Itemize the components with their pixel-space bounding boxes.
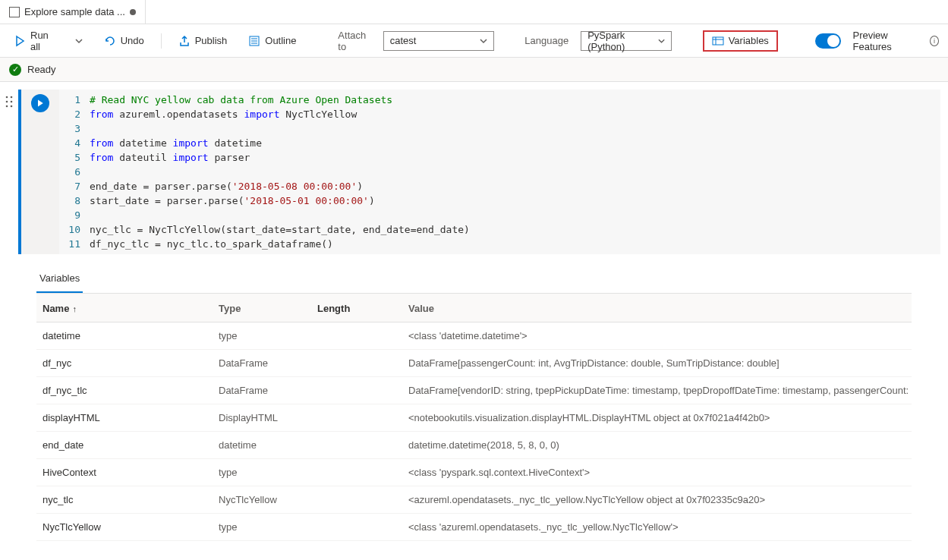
language-value: PySpark (Python) [587, 30, 658, 52]
variables-icon [712, 35, 724, 47]
toolbar: Run all Undo Publish Outline Attach to c… [0, 24, 948, 58]
variables-panel: Variables Name↑ Type Length Value dateti… [0, 254, 948, 541]
notebook-icon [9, 7, 20, 17]
cell-length [317, 521, 408, 533]
toggle-knob [827, 35, 839, 47]
cell-length [317, 467, 408, 478]
attach-to-value: catest [390, 35, 417, 46]
run-all-dropdown[interactable] [71, 34, 87, 48]
cell-type: DataFrame [219, 357, 317, 369]
undo-label: Undo [121, 35, 144, 46]
preview-features-toggle[interactable] [815, 33, 841, 49]
sort-asc-icon: ↑ [72, 304, 77, 313]
cell-gutter [21, 90, 59, 254]
tab-title: Explore sample data ... [24, 6, 125, 17]
outline-icon [248, 35, 260, 47]
notebook-tab[interactable]: Explore sample data ... [0, 0, 146, 24]
cell-value: DataFrame[passengerCount: int, AvgTripDi… [408, 357, 912, 369]
chevron-down-icon [658, 37, 665, 45]
cell-name: end_date [36, 439, 219, 451]
attach-to-label: Attach to [338, 30, 370, 52]
cell-value: <class 'datetime.datetime'> [408, 330, 912, 341]
column-header-value[interactable]: Value [408, 303, 912, 314]
variables-label: Variables [729, 35, 769, 46]
svg-point-10 [11, 101, 13, 103]
code-editor[interactable]: 1234567891011 # Read NYC yellow cab data… [59, 90, 940, 254]
column-header-name[interactable]: Name↑ [36, 303, 219, 314]
cell-length [317, 385, 408, 396]
chevron-down-icon [75, 37, 83, 45]
tab-bar: Explore sample data ... [0, 0, 948, 24]
variables-button[interactable]: Variables [703, 30, 778, 52]
table-row[interactable]: datetimetype<class 'datetime.datetime'> [36, 322, 912, 350]
cell-name: displayHTML [36, 412, 219, 423]
cell-type: DataFrame [219, 385, 317, 396]
cell-name: HiveContext [36, 467, 219, 478]
cell-length [317, 330, 408, 341]
cell-value: DataFrame[vendorID: string, tpepPickupDa… [408, 385, 912, 396]
svg-rect-4 [713, 37, 723, 45]
language-select[interactable]: PySpark (Python) [581, 31, 672, 51]
table-row[interactable]: HiveContexttype<class 'pyspark.sql.conte… [36, 459, 912, 486]
panel-tabs: Variables [36, 266, 912, 294]
variables-table: Name↑ Type Length Value datetimetype<cla… [36, 294, 912, 541]
column-header-length[interactable]: Length [317, 303, 408, 314]
info-icon[interactable]: i [930, 36, 939, 46]
toolbar-separator [161, 33, 162, 49]
table-header: Name↑ Type Length Value [36, 294, 912, 322]
notebook-area: 1234567891011 # Read NYC yellow cab data… [0, 82, 948, 254]
cell-value: <azureml.opendatasets._nyc_tlc_yellow.Ny… [408, 494, 912, 505]
cell-value: <class 'pyspark.sql.context.HiveContext'… [408, 467, 912, 478]
cell-value: datetime.datetime(2018, 5, 8, 0, 0) [408, 439, 912, 451]
cell-name: nyc_tlc [36, 494, 219, 505]
cell-drag-handle[interactable] [0, 90, 18, 254]
cell-name: datetime [36, 330, 219, 341]
svg-point-7 [6, 96, 8, 99]
cell-type: type [219, 330, 317, 341]
svg-point-12 [11, 105, 13, 108]
ready-status-icon: ✓ [9, 64, 21, 76]
cell-type: type [219, 521, 317, 533]
table-row[interactable]: df_nyc_tlcDataFrameDataFrame[vendorID: s… [36, 377, 912, 404]
table-row[interactable]: end_datedatetimedatetime.datetime(2018, … [36, 432, 912, 459]
run-all-button[interactable]: Run all [9, 27, 58, 55]
cell-value: <notebookutils.visualization.displayHTML… [408, 412, 912, 423]
table-row[interactable]: df_nycDataFrameDataFrame[passengerCount:… [36, 350, 912, 377]
code-cell[interactable]: 1234567891011 # Read NYC yellow cab data… [18, 90, 940, 254]
publish-icon [178, 35, 191, 47]
table-row[interactable]: displayHTMLDisplayHTML<notebookutils.vis… [36, 404, 912, 432]
svg-point-8 [11, 96, 13, 99]
variables-tab[interactable]: Variables [36, 266, 83, 293]
play-icon [14, 35, 26, 47]
play-icon [36, 99, 45, 108]
cell-length [317, 439, 408, 451]
table-row[interactable]: nyc_tlcNycTlcYellow<azureml.opendatasets… [36, 486, 912, 514]
column-header-type[interactable]: Type [219, 303, 317, 314]
svg-point-9 [6, 101, 8, 103]
svg-point-11 [6, 105, 8, 108]
publish-label: Publish [195, 35, 228, 46]
cell-type: type [219, 467, 317, 478]
cell-name: df_nyc [36, 357, 219, 369]
undo-icon [104, 35, 116, 47]
preview-features-label: Preview Features [853, 30, 918, 52]
drag-icon [5, 96, 13, 108]
outline-button[interactable]: Outline [244, 32, 301, 50]
status-text: Ready [27, 64, 56, 75]
cell-name: df_nyc_tlc [36, 385, 219, 396]
chevron-down-icon [480, 37, 487, 45]
line-numbers: 1234567891011 [59, 93, 90, 251]
table-row[interactable]: NycTlcYellowtype<class 'azureml.opendata… [36, 514, 912, 541]
publish-button[interactable]: Publish [174, 32, 232, 50]
attach-to-select[interactable]: catest [383, 31, 494, 51]
code-content[interactable]: # Read NYC yellow cab data from Azure Op… [90, 93, 470, 251]
run-cell-button[interactable] [31, 94, 49, 112]
undo-button[interactable]: Undo [99, 32, 149, 50]
cell-length [317, 357, 408, 369]
language-label: Language [524, 35, 568, 46]
cell-type: datetime [219, 439, 317, 451]
cell-value: <class 'azureml.opendatasets._nyc_tlc_ye… [408, 521, 912, 533]
cell-name: NycTlcYellow [36, 521, 219, 533]
status-bar: ✓ Ready [0, 58, 948, 82]
run-all-label: Run all [30, 30, 54, 52]
